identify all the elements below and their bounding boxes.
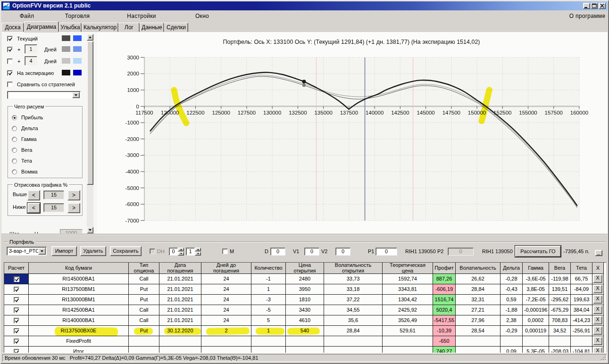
header-10: Профит — [433, 263, 456, 274]
row-calc-cell[interactable] — [4, 284, 29, 295]
menu-item-1[interactable]: Файл — [16, 10, 38, 22]
row-delete-button[interactable]: X — [593, 337, 602, 345]
resize-grip[interactable] — [601, 356, 607, 361]
curve-row-2: +1Дней — [4, 46, 96, 56]
menu-item-3[interactable]: Настройки — [120, 10, 163, 22]
scroll-down-button[interactable] — [87, 227, 93, 233]
m-checkbox[interactable] — [222, 248, 228, 254]
cell-3: 21.01.2021 — [159, 284, 201, 295]
menu-item-4[interactable]: Окно — [188, 10, 217, 22]
import-button[interactable]: Импорт — [51, 246, 77, 256]
cell-9: 5020,4 — [433, 305, 456, 315]
header-16[interactable]: X — [592, 263, 604, 274]
row-checkbox[interactable] — [14, 307, 19, 313]
strategy-select-dropdown-button[interactable] — [72, 92, 80, 98]
cell-3: 30.12.2020 — [159, 326, 201, 336]
variant-select-dropdown-button[interactable] — [38, 248, 46, 255]
cell-9: 740,27 — [433, 347, 456, 353]
header-15: Тета — [571, 263, 592, 274]
spinner-2-up-button[interactable] — [195, 248, 201, 251]
tab-сделки[interactable]: Сделки — [164, 23, 188, 32]
row-calc-cell[interactable] — [4, 295, 29, 305]
v2-field[interactable]: 0 — [335, 248, 350, 256]
row-calc-cell[interactable] — [4, 274, 29, 284]
close-button[interactable] — [599, 3, 606, 9]
scroll-up-button[interactable] — [87, 34, 93, 41]
decrease-button-1[interactable]: < — [27, 190, 40, 200]
row-delete-button[interactable]: X — [593, 306, 602, 314]
row-checkbox[interactable] — [14, 276, 19, 282]
radio-тета[interactable] — [12, 158, 17, 164]
increase-button-2[interactable]: > — [67, 203, 80, 213]
table-row: RI137500BM1Put21.01.2021241395033,183343… — [4, 284, 604, 295]
days-input-2[interactable]: 1 — [25, 44, 37, 54]
collapse-button[interactable]: _ — [595, 250, 602, 256]
decrease-button-2[interactable]: < — [27, 203, 40, 213]
menu-item-about[interactable]: О программе — [568, 10, 606, 22]
row-checkbox[interactable] — [14, 328, 19, 334]
curve-swatch-blue-4 — [73, 70, 82, 75]
panel-scrollbar[interactable] — [87, 34, 93, 233]
row-checkbox[interactable] — [14, 297, 19, 303]
curve-checkbox-2[interactable] — [7, 47, 13, 52]
row-delete-button[interactable]: X — [593, 347, 602, 353]
row-calc-cell[interactable] — [4, 326, 29, 336]
horizontal-splitter[interactable] — [1, 234, 608, 239]
radio-вомма[interactable] — [12, 169, 17, 174]
chart-canvas[interactable]: -7000-6000-5000-4000-3000-2000-100001000… — [97, 32, 608, 234]
delete-button[interactable]: Удалить — [80, 246, 106, 256]
row-delete-button[interactable]: X — [593, 285, 602, 293]
x-tick-label: 137500 — [340, 110, 358, 116]
curve-checkbox-1[interactable] — [7, 36, 13, 41]
row-delete-button[interactable]: X — [593, 295, 602, 304]
row-calc-cell[interactable] — [4, 305, 29, 315]
tab-улыбка[interactable]: Улыбка — [59, 23, 82, 32]
row-checkbox[interactable] — [14, 287, 19, 292]
calc-go-button[interactable]: Рассчитать ГО — [515, 246, 561, 257]
x-tick-label: 132500 — [289, 110, 307, 116]
row-calc-cell[interactable] — [4, 315, 29, 326]
p2-field[interactable]: 0 — [448, 248, 474, 256]
increase-button-1[interactable]: > — [67, 190, 80, 200]
title-bar: OptionFVV версия 2.1 public — [1, 1, 608, 10]
minimize-button[interactable] — [583, 3, 590, 9]
tab-доска[interactable]: Доска — [1, 23, 24, 32]
curve-checkbox-3[interactable] — [7, 58, 13, 64]
scrollbar-thumb[interactable] — [87, 41, 93, 185]
tab-лог[interactable]: Лог — [118, 23, 140, 32]
spinner-2-down-button[interactable] — [195, 252, 201, 256]
spinner-1-down-button[interactable] — [178, 252, 184, 256]
dh-checkbox[interactable] — [150, 248, 155, 254]
row-delete-button[interactable]: X — [593, 274, 602, 283]
row-delete-button[interactable]: X — [593, 316, 602, 324]
row-calc-cell[interactable] — [4, 336, 29, 347]
row-checkbox[interactable] — [14, 349, 19, 353]
cell-4 — [201, 347, 251, 353]
compare-strategy-checkbox[interactable] — [7, 82, 13, 87]
curve-checkbox-4[interactable] — [7, 70, 13, 76]
row-checkbox[interactable] — [14, 339, 19, 344]
radio-прибыль[interactable] — [12, 115, 17, 120]
check-icon — [15, 329, 19, 334]
variant-select[interactable]: 3-вар-т_РТС — [7, 247, 47, 256]
maximize-button[interactable] — [591, 3, 598, 9]
radio-дельта[interactable] — [12, 126, 17, 131]
radio-гамма[interactable] — [12, 137, 17, 142]
tab-данные[interactable]: Данные — [140, 23, 164, 32]
row-checkbox[interactable] — [14, 318, 19, 323]
tab-калькулятор[interactable]: Калькулятор — [82, 23, 118, 32]
row-calc-cell[interactable] — [4, 347, 29, 353]
tab-диаграмма[interactable]: Диаграмма — [24, 21, 59, 32]
strategy-select[interactable] — [7, 91, 81, 99]
d-field[interactable]: 0 — [270, 248, 285, 256]
days-input-3[interactable]: 4 — [25, 56, 37, 66]
cell-9: -10,39 — [433, 326, 456, 336]
row-delete-button[interactable]: X — [593, 326, 602, 335]
save-button[interactable]: Сохранить — [110, 246, 142, 256]
menu-item-2[interactable]: Торговля — [57, 10, 98, 22]
radio-вега[interactable] — [12, 148, 17, 153]
draw-percent-group: Отрисовка графика % Выше<15>Ниже<15> — [8, 184, 83, 216]
spinner-1-up-button[interactable] — [178, 248, 184, 251]
v1-field[interactable]: 0 — [304, 248, 319, 256]
p1-field[interactable]: 0 — [375, 248, 397, 256]
